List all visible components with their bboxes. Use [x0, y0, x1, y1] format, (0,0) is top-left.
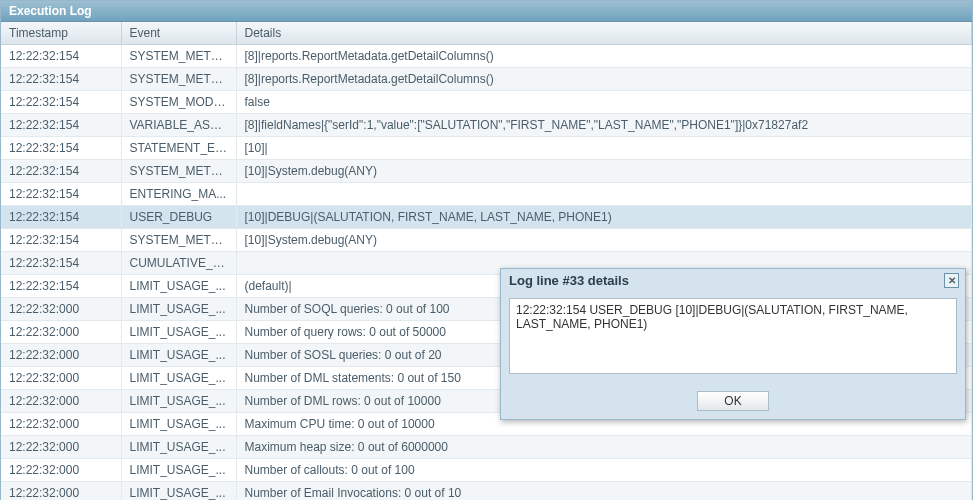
- cell-details: [8]|fieldNames|{"serId":1,"value":["SALU…: [236, 114, 972, 137]
- cell-timestamp: 12:22:32:000: [1, 390, 121, 413]
- cell-timestamp: 12:22:32:154: [1, 160, 121, 183]
- execution-log-panel: Execution Log Timestamp Event Details 12…: [0, 0, 973, 500]
- table-row[interactable]: 12:22:32:000LIMIT_USAGE_...Maximum heap …: [1, 436, 972, 459]
- dialog-button-bar: OK: [501, 385, 965, 419]
- dialog-title: Log line #33 details: [509, 273, 629, 288]
- dialog-titlebar[interactable]: Log line #33 details ✕: [501, 269, 965, 292]
- table-header-row: Timestamp Event Details: [1, 22, 972, 45]
- cell-details: [8]|reports.ReportMetadata.getDetailColu…: [236, 45, 972, 68]
- cell-event: LIMIT_USAGE_...: [121, 459, 236, 482]
- cell-timestamp: 12:22:32:154: [1, 68, 121, 91]
- cell-timestamp: 12:22:32:000: [1, 344, 121, 367]
- cell-timestamp: 12:22:32:154: [1, 91, 121, 114]
- table-row[interactable]: 12:22:32:154SYSTEM_MODE...false: [1, 91, 972, 114]
- cell-details: Number of Email Invocations: 0 out of 10: [236, 482, 972, 501]
- cell-timestamp: 12:22:32:000: [1, 321, 121, 344]
- log-line-details-dialog: Log line #33 details ✕ OK: [500, 268, 966, 420]
- cell-event: SYSTEM_METH...: [121, 68, 236, 91]
- cell-event: SYSTEM_METH...: [121, 229, 236, 252]
- ok-button[interactable]: OK: [697, 391, 769, 411]
- cell-event: ENTERING_MA...: [121, 183, 236, 206]
- cell-event: LIMIT_USAGE_...: [121, 390, 236, 413]
- cell-details: [10]|DEBUG|(SALUTATION, FIRST_NAME, LAST…: [236, 206, 972, 229]
- cell-event: LIMIT_USAGE_...: [121, 436, 236, 459]
- cell-event: SYSTEM_METH...: [121, 45, 236, 68]
- table-row[interactable]: 12:22:32:154ENTERING_MA...: [1, 183, 972, 206]
- table-row[interactable]: 12:22:32:154SYSTEM_METH...[8]|reports.Re…: [1, 45, 972, 68]
- cell-event: LIMIT_USAGE_...: [121, 367, 236, 390]
- log-table: Timestamp Event Details 12:22:32:154SYST…: [1, 22, 972, 500]
- cell-timestamp: 12:22:32:154: [1, 206, 121, 229]
- cell-details: Number of callouts: 0 out of 100: [236, 459, 972, 482]
- dialog-body: [501, 292, 965, 385]
- table-row[interactable]: 12:22:32:000LIMIT_USAGE_...Number of cal…: [1, 459, 972, 482]
- cell-timestamp: 12:22:32:154: [1, 45, 121, 68]
- cell-timestamp: 12:22:32:000: [1, 436, 121, 459]
- cell-timestamp: 12:22:32:000: [1, 367, 121, 390]
- cell-event: SYSTEM_MODE...: [121, 91, 236, 114]
- dialog-content-textarea[interactable]: [509, 298, 957, 374]
- table-row[interactable]: 12:22:32:000LIMIT_USAGE_...Number of Ema…: [1, 482, 972, 501]
- cell-timestamp: 12:22:32:000: [1, 413, 121, 436]
- col-header-details[interactable]: Details: [236, 22, 972, 45]
- cell-timestamp: 12:22:32:154: [1, 137, 121, 160]
- cell-event: CUMULATIVE_L...: [121, 252, 236, 275]
- col-header-event[interactable]: Event: [121, 22, 236, 45]
- cell-timestamp: 12:22:32:154: [1, 275, 121, 298]
- table-row[interactable]: 12:22:32:154SYSTEM_METH...[10]|System.de…: [1, 229, 972, 252]
- close-icon[interactable]: ✕: [944, 273, 959, 288]
- cell-timestamp: 12:22:32:154: [1, 183, 121, 206]
- cell-timestamp: 12:22:32:000: [1, 298, 121, 321]
- cell-event: LIMIT_USAGE_...: [121, 482, 236, 501]
- cell-details: [10]|System.debug(ANY): [236, 229, 972, 252]
- table-row[interactable]: 12:22:32:154USER_DEBUG[10]|DEBUG|(SALUTA…: [1, 206, 972, 229]
- cell-timestamp: 12:22:32:000: [1, 459, 121, 482]
- cell-details: Maximum heap size: 0 out of 6000000: [236, 436, 972, 459]
- table-row[interactable]: 12:22:32:154SYSTEM_METH...[8]|reports.Re…: [1, 68, 972, 91]
- table-row[interactable]: 12:22:32:154VARIABLE_ASSI...[8]|fieldNam…: [1, 114, 972, 137]
- cell-timestamp: 12:22:32:154: [1, 114, 121, 137]
- cell-event: LIMIT_USAGE_...: [121, 321, 236, 344]
- table-row[interactable]: 12:22:32:154STATEMENT_EX...[10]|: [1, 137, 972, 160]
- cell-timestamp: 12:22:32:000: [1, 482, 121, 501]
- panel-title: Execution Log: [1, 1, 972, 22]
- cell-event: LIMIT_USAGE_...: [121, 275, 236, 298]
- cell-event: SYSTEM_METH...: [121, 160, 236, 183]
- col-header-timestamp[interactable]: Timestamp: [1, 22, 121, 45]
- cell-event: LIMIT_USAGE_...: [121, 344, 236, 367]
- cell-timestamp: 12:22:32:154: [1, 229, 121, 252]
- cell-details: [236, 183, 972, 206]
- cell-event: USER_DEBUG: [121, 206, 236, 229]
- cell-details: [10]|: [236, 137, 972, 160]
- cell-timestamp: 12:22:32:154: [1, 252, 121, 275]
- cell-details: [8]|reports.ReportMetadata.getDetailColu…: [236, 68, 972, 91]
- cell-event: VARIABLE_ASSI...: [121, 114, 236, 137]
- cell-event: LIMIT_USAGE_...: [121, 413, 236, 436]
- table-row[interactable]: 12:22:32:154SYSTEM_METH...[10]|System.de…: [1, 160, 972, 183]
- cell-event: STATEMENT_EX...: [121, 137, 236, 160]
- cell-event: LIMIT_USAGE_...: [121, 298, 236, 321]
- cell-details: false: [236, 91, 972, 114]
- cell-details: [10]|System.debug(ANY): [236, 160, 972, 183]
